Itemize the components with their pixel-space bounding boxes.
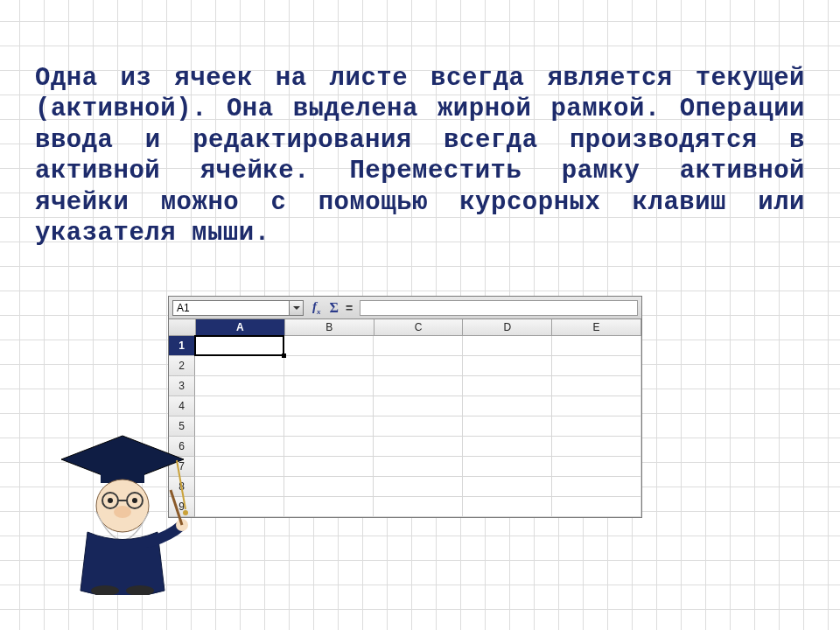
cell-d3[interactable] xyxy=(463,376,552,396)
cell-d1[interactable] xyxy=(463,336,552,355)
table-row xyxy=(195,457,641,477)
cell-d9[interactable] xyxy=(463,497,552,516)
cell-e8[interactable] xyxy=(552,477,641,496)
cell-e6[interactable] xyxy=(552,437,641,456)
cell-d2[interactable] xyxy=(463,356,552,375)
svg-point-10 xyxy=(132,498,137,503)
cell-e2[interactable] xyxy=(552,356,641,375)
row-header-4[interactable]: 4 xyxy=(169,396,195,416)
cell-e4[interactable] xyxy=(552,396,641,416)
slide-background: Одна из ячеек на листе всегда является т… xyxy=(0,0,840,630)
table-row xyxy=(195,356,641,376)
cell-a8[interactable] xyxy=(195,477,284,496)
equals-label: = xyxy=(346,301,353,315)
col-header-d[interactable]: D xyxy=(463,319,552,335)
cell-a3[interactable] xyxy=(195,376,284,396)
cell-c9[interactable] xyxy=(374,497,463,516)
cell-c4[interactable] xyxy=(374,396,463,416)
table-row xyxy=(195,416,641,437)
chevron-down-icon xyxy=(293,306,300,310)
svg-point-5 xyxy=(114,506,131,518)
cells-area[interactable] xyxy=(195,336,641,517)
table-row xyxy=(195,437,641,457)
select-all-corner[interactable] xyxy=(169,319,196,335)
name-box-value: A1 xyxy=(173,302,289,314)
cell-e7[interactable] xyxy=(552,457,641,476)
table-row xyxy=(195,396,641,416)
column-headers: A B C D E xyxy=(169,319,641,336)
cell-d7[interactable] xyxy=(463,457,552,476)
col-header-e[interactable]: E xyxy=(552,319,641,335)
cell-b9[interactable] xyxy=(284,497,374,516)
svg-point-9 xyxy=(108,498,113,503)
cell-b8[interactable] xyxy=(284,477,374,496)
cell-c2[interactable] xyxy=(374,356,463,375)
formula-bar-input[interactable] xyxy=(360,300,638,316)
sigma-icon[interactable]: Σ xyxy=(330,300,339,316)
table-row xyxy=(195,497,641,517)
cell-b3[interactable] xyxy=(284,376,374,396)
cell-b5[interactable] xyxy=(284,416,374,436)
table-row xyxy=(195,477,641,497)
mascot-professor-icon xyxy=(52,429,192,595)
cell-b4[interactable] xyxy=(284,396,374,416)
col-header-c[interactable]: C xyxy=(374,319,464,335)
cell-d8[interactable] xyxy=(463,477,552,496)
cell-c6[interactable] xyxy=(374,437,463,456)
grid-body: 1 2 3 4 5 6 7 8 9 xyxy=(169,336,641,517)
cell-c3[interactable] xyxy=(374,376,463,396)
cell-a9[interactable] xyxy=(195,497,284,516)
cell-d6[interactable] xyxy=(463,437,552,456)
cell-a2[interactable] xyxy=(195,356,284,375)
row-header-1[interactable]: 1 xyxy=(169,336,195,356)
cell-e3[interactable] xyxy=(552,376,641,396)
cell-c1[interactable] xyxy=(374,336,463,355)
cell-d4[interactable] xyxy=(463,396,552,416)
cell-a1[interactable] xyxy=(195,336,284,355)
cell-a5[interactable] xyxy=(195,416,284,436)
row-header-2[interactable]: 2 xyxy=(169,356,195,376)
spreadsheet-toolbar: A1 fx Σ = xyxy=(169,297,641,319)
cell-c8[interactable] xyxy=(374,477,463,496)
cell-a4[interactable] xyxy=(195,396,284,416)
col-header-a[interactable]: A xyxy=(196,319,285,335)
name-box[interactable]: A1 xyxy=(172,300,304,316)
cell-b6[interactable] xyxy=(284,437,374,456)
table-row xyxy=(195,376,641,396)
cell-a7[interactable] xyxy=(195,457,284,476)
cell-e1[interactable] xyxy=(552,336,641,355)
cell-b1[interactable] xyxy=(284,336,374,355)
cell-a6[interactable] xyxy=(195,437,284,456)
col-header-b[interactable]: B xyxy=(285,319,374,335)
cell-b7[interactable] xyxy=(284,457,374,476)
cell-e5[interactable] xyxy=(552,416,641,436)
cell-c7[interactable] xyxy=(374,457,463,476)
svg-line-12 xyxy=(171,490,182,525)
name-box-dropdown[interactable] xyxy=(289,301,303,315)
fx-icon[interactable]: fx xyxy=(311,299,323,316)
paragraph-main: Одна из ячеек на листе всегда является т… xyxy=(35,63,805,248)
spreadsheet-mockup: A1 fx Σ = A B C D E 1 2 3 xyxy=(168,296,642,518)
row-header-3[interactable]: 3 xyxy=(169,376,195,396)
table-row xyxy=(195,336,641,356)
cell-c5[interactable] xyxy=(374,416,463,436)
svg-point-3 xyxy=(183,510,188,515)
cell-e9[interactable] xyxy=(552,497,641,516)
svg-line-2 xyxy=(177,460,186,509)
cell-b2[interactable] xyxy=(284,356,374,375)
cell-d5[interactable] xyxy=(463,416,552,436)
